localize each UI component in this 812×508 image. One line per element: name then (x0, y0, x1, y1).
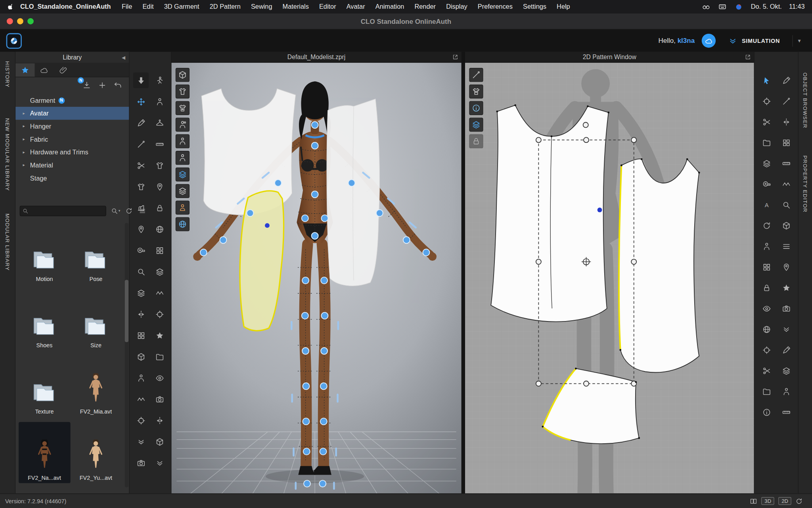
library-item-fv2-mia[interactable]: FV2_Mia.avt (70, 356, 122, 417)
globe-icon[interactable] (758, 321, 774, 337)
tape-icon[interactable] (758, 176, 774, 192)
simulation-button[interactable]: SIMULATION (723, 33, 785, 48)
zigzag-icon[interactable] (778, 176, 794, 192)
layer-blue-icon[interactable] (469, 117, 483, 131)
tshirt-icon[interactable] (152, 158, 167, 173)
ruler-icon[interactable] (778, 404, 794, 420)
apple-menu-icon[interactable] (7, 3, 14, 10)
letter-a-icon[interactable] (758, 197, 774, 212)
tab-cloud-library[interactable] (35, 63, 54, 77)
library-item-texture[interactable]: Texture (19, 356, 70, 417)
chevrons-down-icon[interactable] (133, 434, 149, 449)
menu-preferences[interactable]: Preferences (473, 3, 518, 10)
layers-icon[interactable] (758, 156, 774, 171)
folder-icon[interactable] (152, 349, 167, 364)
cursor-icon[interactable] (758, 73, 774, 88)
new-modular-library-tab[interactable]: NEW MODULAR LIBRARY (5, 118, 10, 191)
list-icon[interactable] (778, 239, 794, 254)
menu-animation[interactable]: Animation (370, 3, 410, 10)
menubar-clock[interactable]: Do. 5. Okt.11:43 (751, 3, 805, 10)
avatar-bust-icon[interactable] (176, 200, 190, 214)
zoom-window-button[interactable] (27, 18, 34, 25)
menu-2d-pattern[interactable]: 2D Pattern (205, 3, 246, 10)
tree-item-garment[interactable]: GarmentN (15, 94, 129, 107)
grid-icon[interactable] (152, 242, 167, 258)
tree-item-fabric[interactable]: ▸Fabric (15, 133, 129, 146)
refresh-icon[interactable] (758, 218, 774, 233)
eye-icon[interactable] (152, 370, 167, 386)
menubar-switcher-icon[interactable] (718, 3, 726, 11)
menu-edit[interactable]: Edit (137, 3, 159, 10)
camera-icon[interactable] (133, 455, 149, 471)
star-icon[interactable] (778, 280, 794, 295)
library-search-input[interactable] (30, 208, 103, 214)
hanger-icon[interactable] (152, 115, 167, 131)
object-browser-tab[interactable]: OBJECT BROWSER (802, 73, 808, 129)
mirror-icon[interactable] (133, 306, 149, 322)
library-item-motion[interactable]: Motion (19, 223, 70, 284)
scissors-icon[interactable] (133, 158, 149, 173)
refresh-icon[interactable] (123, 205, 135, 217)
grid-icon[interactable] (133, 327, 149, 343)
layers-icon[interactable] (152, 264, 167, 279)
fabric-layer-blue-icon[interactable] (176, 167, 190, 181)
walk-person-icon[interactable] (152, 73, 167, 88)
layers-icon[interactable] (133, 285, 149, 300)
simulation-dropdown-caret[interactable]: ▼ (792, 35, 806, 46)
shirt-eye-icon[interactable] (469, 85, 483, 98)
menubar-app-name[interactable]: CLO_Standalone_OnlineAuth (15, 3, 117, 10)
library-item-fv2-na[interactable]: FV2_Na...avt (19, 422, 70, 483)
menu-settings[interactable]: Settings (518, 3, 552, 10)
pen-icon[interactable] (133, 115, 149, 131)
star-icon[interactable] (152, 327, 167, 343)
view-3d-button[interactable]: 3D (762, 497, 774, 505)
folder-icon[interactable] (758, 384, 774, 399)
grid-icon[interactable] (778, 135, 794, 150)
clo-logo[interactable] (6, 33, 22, 48)
download-icon[interactable]: N (80, 79, 92, 91)
chevrons-down-icon[interactable] (778, 321, 794, 337)
chevrons-down-icon[interactable] (152, 455, 167, 471)
menu-sewing[interactable]: Sewing (246, 3, 278, 10)
menu-materials[interactable]: Materials (278, 3, 314, 10)
minimize-window-button[interactable] (17, 18, 23, 25)
eye-icon[interactable] (758, 301, 774, 316)
pose-person-icon[interactable] (152, 94, 167, 109)
tree-item-hanger[interactable]: ▸Hanger (15, 120, 129, 133)
library-scrollbar[interactable] (125, 223, 128, 487)
fabric-layer-gray-icon[interactable] (176, 184, 190, 198)
menu-avatar[interactable]: Avatar (341, 3, 370, 10)
modular-library-tab[interactable]: MODULAR LIBRARY (5, 214, 10, 271)
search-box[interactable] (20, 206, 106, 216)
tab-favorites[interactable] (15, 63, 34, 77)
person-icon[interactable] (778, 384, 794, 399)
history-panel-tab[interactable]: HISTORY (5, 61, 10, 88)
camera-icon[interactable] (778, 301, 794, 316)
popout-window-icon[interactable] (452, 54, 458, 60)
pin-icon[interactable] (133, 221, 149, 237)
split-view-icon[interactable] (750, 497, 757, 504)
shirt-icon[interactable] (133, 179, 149, 194)
menu-file[interactable]: File (117, 3, 137, 10)
zigzag-icon[interactable] (152, 285, 167, 300)
popout-window-icon[interactable] (745, 54, 751, 60)
needle-icon[interactable] (133, 137, 149, 152)
info-icon[interactable] (758, 404, 774, 420)
tree-item-hardware-and-trims[interactable]: ▸Hardware and Trims (15, 146, 129, 159)
target-icon[interactable] (758, 93, 774, 109)
target-icon[interactable] (758, 342, 774, 358)
lock-icon[interactable] (152, 200, 167, 216)
menu-editor[interactable]: Editor (314, 3, 341, 10)
pin-icon[interactable] (778, 259, 794, 275)
cube-icon[interactable] (778, 218, 794, 233)
avatar-eye-icon[interactable] (176, 117, 190, 131)
mirror-icon[interactable] (152, 413, 167, 428)
2d-pattern-canvas[interactable] (465, 63, 754, 493)
layers-icon[interactable] (778, 363, 794, 378)
library-item-pose[interactable]: Pose (70, 223, 122, 284)
info-icon[interactable] (469, 101, 483, 115)
scissors-icon[interactable] (758, 114, 774, 129)
person-icon[interactable] (133, 370, 149, 386)
tree-item-material[interactable]: ▸Material (15, 159, 129, 172)
tree-item-avatar[interactable]: ▸Avatar (15, 107, 129, 120)
